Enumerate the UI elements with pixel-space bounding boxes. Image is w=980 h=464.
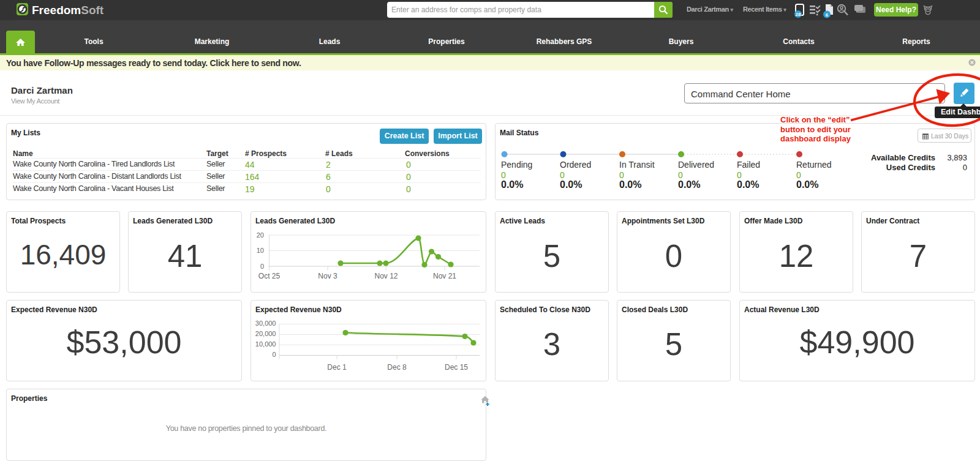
svg-text:Nov 3: Nov 3 — [318, 272, 337, 280]
svg-text:Oct 25: Oct 25 — [258, 272, 281, 280]
svg-text:10,000: 10,000 — [255, 340, 276, 348]
svg-text:Dec 15: Dec 15 — [445, 363, 468, 372]
svg-text:20: 20 — [257, 231, 264, 239]
svg-text:Nov 21: Nov 21 — [433, 272, 456, 280]
svg-text:0: 0 — [260, 263, 264, 270]
svg-text:6: 6 — [826, 12, 829, 18]
svg-text:30,000: 30,000 — [255, 320, 276, 327]
svg-text:Nov 12: Nov 12 — [374, 272, 398, 280]
svg-text:Dec 8: Dec 8 — [387, 363, 407, 372]
svg-text:20,000: 20,000 — [255, 330, 276, 337]
svg-text:0: 0 — [272, 351, 276, 358]
svg-text:10: 10 — [257, 247, 264, 254]
svg-text:Dec 1: Dec 1 — [327, 363, 347, 372]
svg-text:28: 28 — [796, 12, 801, 17]
